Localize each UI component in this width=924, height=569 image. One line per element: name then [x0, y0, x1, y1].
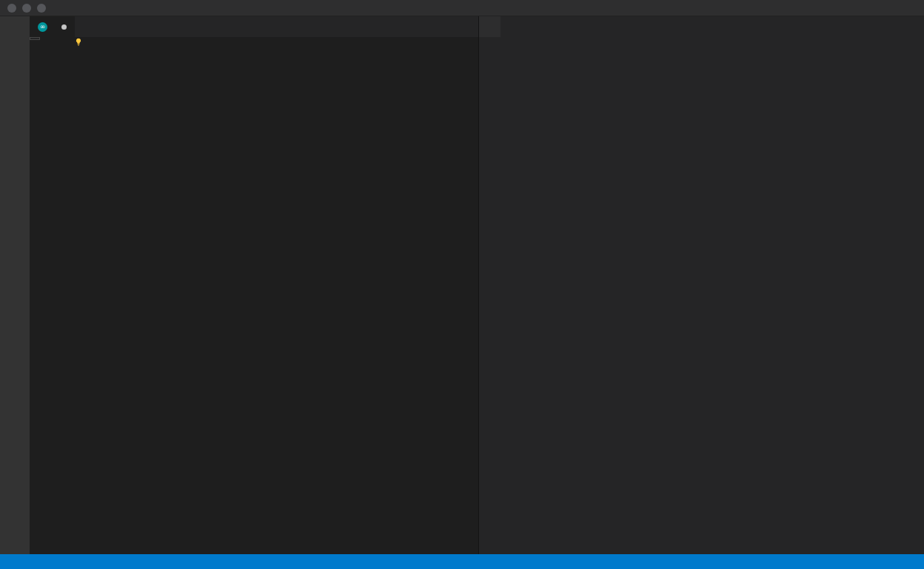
signature-tooltip	[30, 37, 40, 40]
tab-blink-ino[interactable]: ∞	[30, 16, 75, 37]
close-window-button[interactable]	[7, 4, 16, 13]
vscode-window: ∞	[0, 0, 924, 569]
minimize-window-button[interactable]	[22, 4, 31, 13]
editor-group-right	[478, 16, 924, 554]
code-editor[interactable]	[30, 37, 478, 554]
status-bar-left	[0, 554, 2, 569]
status-bar	[0, 554, 924, 569]
workbench: ∞	[0, 16, 924, 554]
modified-dot-icon[interactable]	[61, 24, 67, 30]
overview-ruler[interactable]	[471, 37, 478, 554]
status-bar-right	[921, 554, 924, 569]
panel-tab-bar	[479, 16, 924, 37]
title-bar	[0, 0, 924, 16]
editor-tab-bar: ∞	[30, 16, 478, 37]
ino-file-icon: ∞	[38, 22, 47, 32]
activity-bar	[0, 16, 30, 554]
tab-arduino-examples[interactable]	[479, 16, 500, 37]
editor-group-left: ∞	[30, 16, 478, 554]
window-controls	[0, 4, 46, 13]
examples-tree	[479, 37, 924, 554]
panel-more-actions-icon[interactable]	[914, 16, 924, 37]
editor-actions	[473, 16, 478, 37]
zoom-window-button[interactable]	[37, 4, 46, 13]
lightbulb-icon[interactable]	[74, 37, 83, 47]
